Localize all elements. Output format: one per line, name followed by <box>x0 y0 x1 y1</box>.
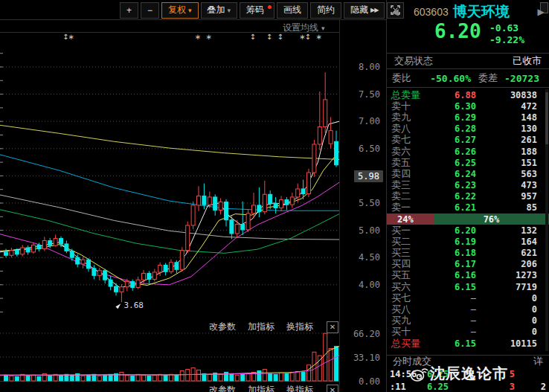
price-axis: 8.007.507.006.505.505.004.504.005.98 <box>340 20 386 321</box>
current-price-label: 5.98 <box>354 170 383 182</box>
scrollbar[interactable] <box>545 89 548 351</box>
svg-text:3.68: 3.68 <box>123 301 144 310</box>
svg-text:∗: ∗ <box>68 33 74 41</box>
watermark: 沈辰逸论市 <box>409 364 508 384</box>
level-volume: 957 <box>476 191 545 202</box>
level-price: 6.22 <box>430 191 476 202</box>
level-volume: 10115 <box>476 338 545 349</box>
level-volume: 30838 <box>476 90 545 100</box>
tick-count: 2 <box>536 382 546 392</box>
change-percent: -9.22% <box>489 34 524 46</box>
k-line-chart[interactable]: ↕∗∗∗↕↕↕∗↕∗3.68 <box>0 20 339 321</box>
last-price: 6.20 <box>434 20 481 42</box>
level-volume: 1273 <box>476 270 545 280</box>
weicha-value: -20723 <box>498 73 544 84</box>
volume-axis: 66.2033.100.00 <box>340 321 386 383</box>
draw-line-button[interactable]: 画线 <box>277 2 308 19</box>
level-price: — <box>430 304 476 315</box>
double-arrow-right-icon: ▶▶ <box>370 7 378 13</box>
level-price: 6.25 <box>430 158 476 168</box>
price-axis-label: 8.00 <box>359 62 380 72</box>
change-value: -0.63 <box>489 22 524 34</box>
next-stock-button[interactable]: ▶ <box>533 7 549 17</box>
level-price: — <box>430 315 476 326</box>
level-volume: 130 <box>476 123 545 134</box>
chips-button[interactable]: 筹码 <box>240 2 274 19</box>
hide-button[interactable]: 隐藏 ▶▶ <box>344 2 385 19</box>
level-price: 6.29 <box>430 112 476 123</box>
hide-label: 隐藏 <box>350 4 368 16</box>
level-volume: 151 <box>476 158 545 168</box>
level-volume: 0 <box>476 304 545 315</box>
volume-axis-label: 66.20 <box>353 329 380 339</box>
second-indicator-bar: 改参数 加指标 换指标 ✕ <box>0 384 338 392</box>
level-price: 6.20 <box>430 225 476 236</box>
weibi-label: 委比 <box>392 71 417 85</box>
change-params-link[interactable]: 改参数 <box>209 384 236 392</box>
level-volume: 0 <box>476 293 545 303</box>
prev-stock-button[interactable]: ◀ <box>387 7 403 17</box>
level-price: 6.26 <box>430 147 476 157</box>
level-volume: 473 <box>476 180 545 190</box>
level-price: 6.30 <box>430 101 476 112</box>
fuquan-button[interactable]: 复权 ▾ <box>161 2 199 19</box>
svg-text:∗: ∗ <box>205 33 211 41</box>
watermark-text: 沈辰逸论市 <box>430 364 508 384</box>
trade-status-row: 交易状态 已收市 <box>387 53 549 69</box>
close-icon[interactable]: ✕ <box>327 385 338 392</box>
price-axis-label: 5.50 <box>359 198 380 208</box>
zoom-out-button[interactable]: − <box>141 2 159 19</box>
level-volume: 188 <box>476 147 545 157</box>
scrollbar-thumb[interactable] <box>545 92 548 144</box>
zoom-out-label: − <box>147 5 152 16</box>
level-price: — <box>430 327 476 337</box>
level-price: 6.88 <box>430 90 476 100</box>
notification-dot-icon <box>268 5 272 9</box>
svg-text:↕: ↕ <box>266 33 272 41</box>
level-volume: 206 <box>476 259 545 269</box>
svg-text:∗: ∗ <box>315 33 321 41</box>
svg-text:↕: ↕ <box>277 33 283 41</box>
volume-chart[interactable] <box>0 321 339 383</box>
trade-status-label: 交易状态 <box>394 54 433 68</box>
level-volume: 7719 <box>476 282 545 292</box>
level-volume: 261 <box>476 135 545 145</box>
level-volume: 132 <box>476 225 545 236</box>
overlay-button[interactable]: 叠加 ▾ <box>201 2 238 19</box>
quote-panel: ◀ 603603 博天环境 ▶ 6.20 -0.63 -9.22% 交易状态 已… <box>386 0 549 392</box>
level-price: 6.19 <box>430 237 476 247</box>
level-volume: 164 <box>476 237 545 247</box>
sell-ratio: 76% <box>434 213 549 225</box>
detail-link[interactable]: 详 <box>533 355 543 368</box>
zoom-in-button[interactable]: + <box>120 2 138 19</box>
order-book: 总卖量6.8830838卖十6.30472卖九6.29148卖八6.28130卖… <box>387 89 549 349</box>
stock-name: 博天环境 <box>453 2 533 22</box>
switch-indicator-link[interactable]: 换指标 <box>286 384 313 392</box>
price-change: -0.63 -9.22% <box>489 22 524 46</box>
svg-text:↕: ↕ <box>250 33 256 41</box>
level-volume: 472 <box>476 101 545 112</box>
level-volume: 0 <box>476 315 545 326</box>
price-axis-label: 6.50 <box>359 144 380 154</box>
level-price: 6.21 <box>430 202 476 213</box>
level-label: 总买量 <box>391 337 430 350</box>
overlay-label: 叠加 <box>208 4 225 16</box>
level-price: 6.17 <box>430 259 476 269</box>
level-volume: 563 <box>476 169 545 179</box>
fuquan-label: 复权 <box>168 4 186 16</box>
quote-header: ◀ 603603 博天环境 ▶ <box>387 3 549 21</box>
order-book-row[interactable]: 卖一6.2185 <box>387 202 549 213</box>
level-price: 6.24 <box>430 169 476 179</box>
draw-line-label: 画线 <box>283 4 301 16</box>
chevron-down-icon: ▾ <box>188 7 192 14</box>
level-price: 6.23 <box>430 180 476 190</box>
svg-text:↕: ↕ <box>305 33 311 41</box>
price-axis-label: 4.00 <box>359 280 380 290</box>
level-price: — <box>430 293 476 303</box>
price-axis-label: 7.00 <box>359 116 380 126</box>
order-book-row[interactable]: 总买量6.1510115 <box>387 338 549 349</box>
add-indicator-link[interactable]: 加指标 <box>248 384 274 392</box>
chevron-down-icon: ▾ <box>228 7 231 14</box>
stock-code: 603603 <box>414 6 449 18</box>
simple-mode-button[interactable]: 简约 <box>310 2 341 19</box>
